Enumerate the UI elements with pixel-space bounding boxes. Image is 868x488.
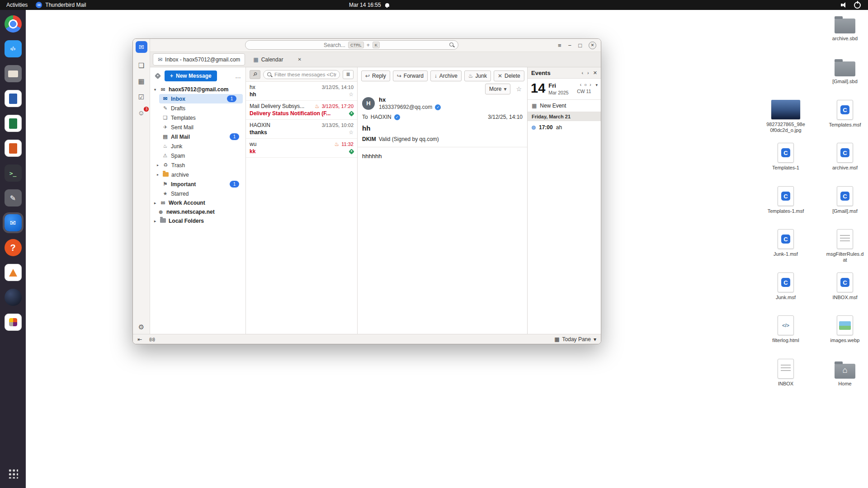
today-pane-toggle[interactable]: Today Pane xyxy=(554,336,596,343)
dock-terminal-icon[interactable] xyxy=(5,164,22,182)
desktop-icon-msgfilterrules-dat[interactable]: msgFilterRules.dat xyxy=(824,229,866,263)
desktop-icon-templates-1-msf[interactable]: Templates-1.msf xyxy=(765,186,807,214)
dock-thunderbird-icon[interactable] xyxy=(5,214,22,231)
desktop-icon-images-webp[interactable]: images.webp xyxy=(824,315,866,343)
quick-filter-pin-button[interactable] xyxy=(250,70,260,79)
activities-button[interactable]: Activities xyxy=(6,2,28,8)
star-toggle-icon[interactable] xyxy=(349,129,354,136)
folder-drafts[interactable]: Drafts xyxy=(150,103,245,113)
global-search-bar[interactable]: Search... CTRL + K xyxy=(245,40,458,50)
calendar-space-button[interactable] xyxy=(138,78,144,84)
desktop-icon-photo-jpg[interactable]: 9827327865_98e0f0dc2d_o.jpg xyxy=(765,100,807,133)
online-status-icon[interactable] xyxy=(149,337,155,342)
quick-filter-input[interactable]: Filter these messages <Ctr xyxy=(263,70,340,79)
dock-chrome-icon[interactable] xyxy=(5,15,22,33)
message-row-1[interactable]: hx 3/12/25, 14:10 hh xyxy=(246,82,357,101)
tasks-space-button[interactable] xyxy=(138,94,144,100)
dock-file-manager-icon[interactable] xyxy=(5,65,22,82)
close-button[interactable] xyxy=(589,42,596,49)
desktop-icon-archive-msf[interactable]: archive.msf xyxy=(824,143,866,171)
event-item[interactable]: 17:00 ah xyxy=(528,121,601,134)
chevron-right-icon[interactable] xyxy=(156,163,160,167)
app-menu-button[interactable] xyxy=(558,42,561,49)
reply-button[interactable]: Reply xyxy=(361,70,390,81)
prev-day-icon[interactable] xyxy=(580,82,581,87)
desktop-icon-inbox-msf[interactable]: INBOX.msf xyxy=(824,272,866,300)
tags-icon[interactable] xyxy=(155,73,161,79)
desktop-icon-gmail-sbd[interactable]: [Gmail].sbd xyxy=(824,56,866,84)
tab-inbox[interactable]: Inbox - haox57012@gmail.com xyxy=(153,53,245,66)
folder-sent-mail[interactable]: Sent Mail xyxy=(150,122,245,132)
desktop-icon-filterlog-html[interactable]: filterlog.html xyxy=(765,315,807,343)
folder-trash[interactable]: Trash xyxy=(150,160,245,170)
focused-app-indicator[interactable]: Thunderbird Mail xyxy=(36,2,86,8)
dock-libreoffice-writer-icon[interactable] xyxy=(5,90,22,107)
folder-starred[interactable]: Starred xyxy=(150,189,245,198)
folder-inbox[interactable]: Inbox 1 xyxy=(159,94,243,103)
date-header-collapse-icon[interactable] xyxy=(595,83,598,87)
account-row-news[interactable]: news.netscape.net xyxy=(150,207,245,216)
folder-important[interactable]: Important 1 xyxy=(150,179,245,189)
account-row-work[interactable]: Work Account xyxy=(150,198,245,207)
account-row-gmail[interactable]: haox57012@gmail.com xyxy=(150,85,245,94)
message-row-4[interactable]: wu 11:32 kk xyxy=(246,139,357,158)
dock-libreoffice-impress-icon[interactable] xyxy=(5,140,22,157)
message-list-display-options-button[interactable] xyxy=(343,70,354,79)
dock-dark-browser-icon[interactable] xyxy=(5,289,22,306)
junk-button[interactable]: Junk xyxy=(464,70,491,81)
message-row-2[interactable]: Mail Delivery Subsys... 3/12/25, 17:20 D… xyxy=(246,101,357,120)
mail-space-button[interactable] xyxy=(136,41,147,53)
delete-button[interactable]: Delete xyxy=(494,70,524,81)
desktop-icon-inbox[interactable]: INBOX xyxy=(765,359,807,387)
chevron-right-icon[interactable] xyxy=(153,219,157,223)
star-toggle-icon[interactable] xyxy=(349,91,354,98)
desktop-icon-gmail-msf[interactable]: [Gmail].msf xyxy=(824,186,866,214)
desktop-icon-junk-msf[interactable]: Junk.msf xyxy=(765,272,807,300)
chevron-right-icon[interactable] xyxy=(153,201,157,205)
folder-all-mail[interactable]: All Mail 1 xyxy=(150,132,245,141)
archive-button[interactable]: Archive xyxy=(430,70,462,81)
tab-close-icon[interactable] xyxy=(297,57,301,62)
message-row-3[interactable]: HAOXIN 3/13/25, 10:02 thanks xyxy=(246,120,357,139)
events-prev-icon[interactable] xyxy=(581,70,583,76)
dock-libreoffice-calc-icon[interactable] xyxy=(5,115,22,132)
folder-templates[interactable]: Templates xyxy=(150,113,245,122)
power-icon[interactable] xyxy=(854,2,861,9)
chat-space-button[interactable]: 3 xyxy=(138,109,145,116)
dock-vlc-icon[interactable] xyxy=(5,264,22,281)
desktop-icon-home[interactable]: Home xyxy=(824,359,866,387)
events-close-icon[interactable] xyxy=(593,70,597,76)
desktop-icon-junk-1-msf[interactable]: Junk-1.msf xyxy=(765,229,807,257)
dock-software-center-icon[interactable] xyxy=(5,314,22,331)
desktop-icon-templates-1[interactable]: Templates-1 xyxy=(765,143,807,171)
dock-gimp-icon[interactable] xyxy=(5,189,22,206)
forward-button[interactable]: Forward xyxy=(393,70,428,81)
folder-archive[interactable]: archive xyxy=(150,170,245,179)
system-tray[interactable] xyxy=(841,2,868,9)
chevron-right-icon[interactable] xyxy=(156,173,160,177)
maximize-button[interactable] xyxy=(578,42,582,49)
desktop-icon-templates-msf[interactable]: Templates.msf xyxy=(824,100,866,128)
desktop-icon-archive-sbd[interactable]: archive.sbd xyxy=(824,14,866,42)
folder-spam[interactable]: Spam xyxy=(150,151,245,160)
minimize-button[interactable] xyxy=(568,42,572,49)
folder-pane-options-button[interactable] xyxy=(235,73,241,80)
events-next-icon[interactable] xyxy=(587,70,589,76)
dock-app-grid-icon[interactable] xyxy=(5,465,22,482)
chevron-down-icon[interactable] xyxy=(153,88,157,92)
message-star-toggle[interactable] xyxy=(516,85,522,93)
dock-vscode-icon[interactable] xyxy=(5,40,22,57)
settings-gear-button[interactable] xyxy=(138,324,144,330)
volume-icon[interactable] xyxy=(841,2,847,8)
next-day-icon[interactable] xyxy=(590,82,591,87)
dock-help-icon[interactable] xyxy=(5,239,22,256)
new-event-button[interactable]: New Event xyxy=(528,99,601,112)
contact-card-icon[interactable] xyxy=(394,114,400,120)
address-book-space-button[interactable] xyxy=(138,62,144,69)
contact-card-icon[interactable] xyxy=(435,104,441,110)
tab-calendar[interactable]: Calendar xyxy=(249,53,306,66)
account-row-local[interactable]: Local Folders xyxy=(150,216,245,225)
folder-junk[interactable]: Junk xyxy=(150,141,245,151)
clock-button[interactable]: Mar 14 16:55 xyxy=(349,0,389,10)
today-icon[interactable] xyxy=(584,82,587,87)
